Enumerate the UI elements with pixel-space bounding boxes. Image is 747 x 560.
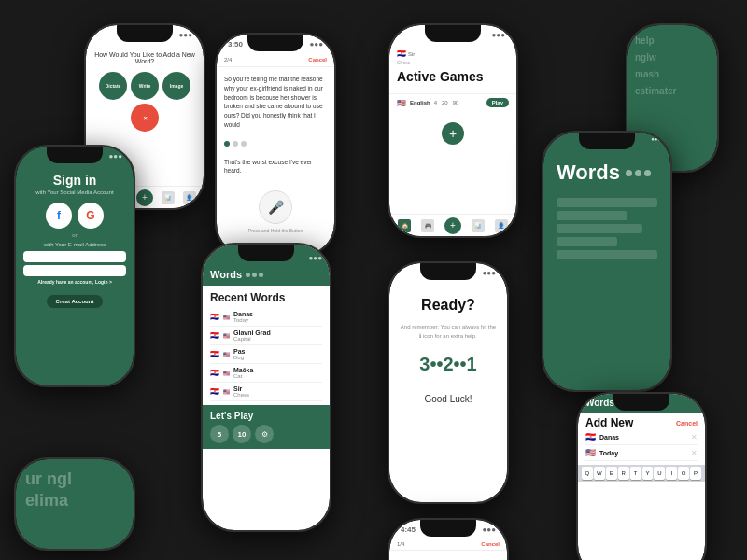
rw-dot1 [246,273,250,277]
rw-trans-1: Today [233,317,253,323]
dot1 [626,170,632,176]
rw-trans-2: Capital [233,336,271,342]
convo-battery: ●●● [310,40,324,49]
an-cancel-btn[interactable]: Cancel [676,420,698,427]
rw-flag-4: 🇭🇷 [210,369,219,377]
or-divider: or [23,232,126,238]
rw-flag-4b: 🇺🇸 [223,370,230,376]
lets-play-title: Let's Play [210,411,322,421]
social-buttons: f G [23,203,126,229]
rw-trans-4: Cat [233,373,253,379]
key-U[interactable]: U [654,467,665,480]
word-ghost-4 [557,237,617,246]
bc-cancel-btn[interactable]: Cancel [481,541,500,547]
an-remove-1[interactable]: ✕ [691,433,698,441]
keyboard-row: Q W E R T Y U I O P [578,465,705,482]
rw-word-col-1: Danas Today [233,311,253,323]
ready-title: Ready? [399,297,498,314]
play-num-5[interactable]: 5 [210,425,229,443]
game-score: 4 20 90 [434,100,459,105]
key-I[interactable]: I [666,467,677,480]
signin-content: Sign in with Your Social Media Account f… [16,165,134,315]
nav-stats[interactable]: 📊 [162,191,175,204]
bc-time: 4:45 [401,525,416,534]
phone-notch [47,147,103,163]
phone-notch [420,263,476,280]
play-num-10[interactable]: 10 [233,425,251,443]
rw-word-1: Danas [233,311,253,317]
already-account-text: Already have an account, Login > [23,279,126,285]
an-remove-2[interactable]: ✕ [691,449,698,457]
an-flag-2: 🇺🇸 [585,448,596,457]
bc-content [389,551,507,560]
play-settings-btn[interactable]: ⚙ [255,425,274,443]
partial-tr-watermark: helpnglwmashestimater [627,25,717,107]
an-section-title: Add New [585,416,633,429]
phone-notch [613,394,669,411]
dot3 [644,170,651,176]
phone-signin: ●●● Sign in with Your Social Media Accou… [14,145,135,387]
ready-battery: ●●● [483,269,497,277]
rw-dots [246,273,263,277]
nav-profile[interactable]: 👤 [183,191,196,204]
dots-indicator [217,141,334,147]
words-list [543,192,670,269]
key-P[interactable]: P [690,467,701,480]
phone-notch [420,520,476,537]
rw-flag-3b: 🇺🇸 [223,351,230,357]
dictate-bubble[interactable]: Dictate [99,72,127,100]
user-flag: 🇭🇷 [397,49,406,58]
ag-user: 🇭🇷 Sir [397,49,509,58]
google-btn[interactable]: G [78,203,104,229]
key-Q[interactable]: Q [582,467,593,480]
rw-trans-3: Dog [233,355,245,360]
word-ghost-2 [557,211,627,220]
phone-words-green: ●●● Words [542,131,672,392]
create-account-button[interactable]: Creat Account [47,295,104,308]
phone-recent-words: ●●● Words Recent Words 🇭🇷 🇺🇸 Danas Today [201,243,331,532]
rw-flag-1: 🇭🇷 [210,313,219,321]
nav-games[interactable]: 🎮 [421,219,434,232]
add-game-button[interactable]: + [442,122,464,145]
an-word-2: Today [599,450,618,456]
facebook-btn[interactable]: f [46,203,72,229]
nav-stats[interactable]: 📊 [472,219,485,232]
nav-home[interactable]: 🏠 [398,219,411,232]
key-R[interactable]: R [618,467,629,480]
key-E[interactable]: E [606,467,617,480]
rw-flag-2: 🇭🇷 [210,331,219,340]
nav-add[interactable]: + [136,189,153,206]
rw-item-5: 🇭🇷 🇺🇸 Sir Chess [210,383,322,401]
rw-battery: ●●● [309,254,323,262]
phone-partial-bl: ur nglelima [14,457,135,551]
rw-item-3: 🇭🇷 🇺🇸 Pas Dog [210,345,322,364]
nav-add[interactable]: + [444,217,461,234]
rw-flag-3: 🇭🇷 [210,350,219,358]
key-T[interactable]: T [630,467,641,480]
key-W[interactable]: W [594,467,605,480]
cancel-bubble[interactable]: ✕ [131,104,159,132]
good-luck: Good Luck! [399,394,498,404]
recent-words-title: Recent Words [203,286,330,308]
phone-conversation: 3:50 ●●● 2/4 Cancel So you're telling me… [215,33,336,257]
mic-label: Press and Hold the Button [224,228,327,233]
phone-active-games: ●●● 🇭🇷 Sir Chess Active Games 🇺🇸 English… [388,23,518,238]
rw-dot2 [252,273,257,277]
key-O[interactable]: O [678,467,689,480]
signin-subtitle: with Your Social Media Account [23,189,126,195]
nav-profile[interactable]: 👤 [495,219,508,232]
key-Y[interactable]: Y [642,467,654,480]
an-section: Add New Cancel 🇭🇷 Danas ✕ 🇺🇸 Today ✕ [578,413,705,465]
write-bubble[interactable]: Write [131,72,159,100]
image-bubble[interactable]: Image [162,72,190,100]
ag-bottom-nav: 🏠 🎮 + 📊 👤 [389,214,516,236]
mic-button[interactable]: 🎤 [259,190,292,224]
email-input[interactable] [23,251,126,262]
play-button[interactable]: Play [486,98,509,107]
action-bubbles: Dictate Write Image ✕ [93,72,196,132]
an-flag-1: 🇭🇷 [585,432,596,441]
convo-cancel-btn[interactable]: Cancel [308,57,327,63]
rw-words-title: Words [210,269,322,280]
phone-notch [238,245,294,261]
password-input[interactable] [23,265,126,276]
